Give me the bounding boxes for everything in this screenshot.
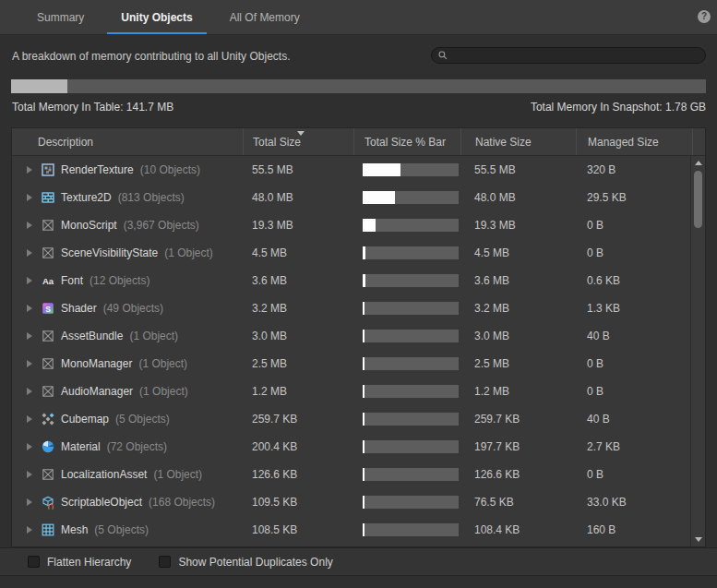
tab-bar: Summary Unity Objects All Of Memory ? — [0, 0, 717, 35]
flatten-hierarchy-checkbox[interactable] — [28, 556, 40, 568]
total-size-cell: 108.5 KB — [243, 516, 353, 544]
tab-unity-objects[interactable]: Unity Objects — [107, 0, 206, 34]
table-row[interactable]: LocalizationAsset (1 Object) 126.6 KB 12… — [12, 461, 705, 488]
scrollbar-down-icon[interactable] — [695, 537, 702, 542]
row-count: (813 Objects) — [118, 191, 185, 204]
search-box[interactable] — [431, 47, 706, 64]
row-label: LocalizationAsset — [61, 468, 147, 481]
percent-bar — [363, 468, 459, 481]
managed-size-cell: 2.7 KB — [576, 433, 692, 461]
percent-bar-cell — [353, 378, 460, 405]
column-header-managed-size-label: Managed Size — [588, 136, 659, 149]
show-potential-duplicates-option[interactable]: Show Potential Duplicates Only — [159, 556, 332, 569]
table-row[interactable]: AssetBundle (1 Object) 3.0 MB 3.0 MB 40 … — [12, 322, 705, 350]
expand-arrow-icon[interactable] — [27, 222, 32, 229]
expand-arrow-icon[interactable] — [27, 166, 32, 174]
search-input[interactable] — [452, 49, 699, 62]
tab-all-of-memory-label: All Of Memory — [230, 11, 300, 24]
table-row[interactable]: RenderTexture (10 Objects) 55.5 MB 55.5 … — [12, 156, 705, 184]
cubemap-icon — [41, 412, 55, 426]
native-size-cell: 126.6 KB — [460, 461, 576, 488]
unity-objects-table: Description Total Size Total Size % Bar … — [11, 127, 706, 547]
object-box-icon — [41, 329, 55, 343]
flatten-hierarchy-option[interactable]: Flatten Hierarchy — [28, 556, 131, 569]
row-label: Mesh — [61, 523, 88, 536]
description-cell: AudioManager (1 Object) — [12, 378, 243, 405]
row-count: (49 Objects) — [103, 302, 163, 315]
font-icon: Aa — [41, 273, 55, 288]
percent-bar-cell — [353, 211, 460, 239]
description-cell: Texture2D (813 Objects) — [12, 184, 243, 211]
table-row[interactable]: Mesh (5 Objects) 108.5 KB 108.4 KB 160 B — [12, 516, 705, 544]
column-header-native-size[interactable]: Native Size — [460, 128, 576, 155]
tab-unity-objects-label: Unity Objects — [121, 11, 192, 24]
row-label: SceneVisibilityState — [61, 246, 158, 259]
description-cell: Mesh (5 Objects) — [12, 516, 243, 544]
expand-arrow-icon[interactable] — [27, 305, 32, 312]
tab-all-of-memory[interactable]: All Of Memory — [216, 0, 314, 34]
table-row[interactable]: Aa Font (12 Objects) 3.6 MB 3.6 MB 0.6 K… — [12, 267, 705, 294]
svg-text:Aa: Aa — [42, 276, 54, 286]
expand-arrow-icon[interactable] — [27, 498, 32, 506]
row-count: (1 Object) — [138, 357, 187, 370]
total-size-cell: 3.0 MB — [243, 322, 353, 350]
table-row[interactable]: SceneVisibilityState (1 Object) 4.5 MB 4… — [12, 239, 705, 267]
expand-arrow-icon[interactable] — [27, 471, 32, 478]
table-row[interactable]: Material (72 Objects) 200.4 KB 197.7 KB … — [12, 433, 705, 461]
expand-arrow-icon[interactable] — [27, 249, 32, 257]
row-count: (5 Objects) — [115, 413, 170, 426]
percent-bar-cell — [353, 405, 460, 433]
managed-size-cell: 1.3 KB — [576, 294, 692, 322]
vertical-scrollbar[interactable] — [690, 156, 705, 546]
total-size-cell: 55.5 MB — [243, 156, 353, 184]
tab-summary[interactable]: Summary — [23, 0, 98, 34]
row-count: (1 Object) — [129, 330, 178, 342]
table-row[interactable]: MonoScript (3,967 Objects) 19.3 MB 19.3 … — [12, 211, 705, 239]
native-size-cell: 76.5 KB — [460, 488, 576, 516]
expand-arrow-icon[interactable] — [27, 526, 32, 534]
column-header-total-size[interactable]: Total Size — [243, 128, 353, 155]
material-icon — [41, 439, 55, 454]
help-icon[interactable]: ? — [698, 10, 711, 23]
table-row[interactable]: S Shader (49 Objects) 3.2 MB 3.2 MB 1.3 … — [12, 294, 705, 322]
percent-bar-fill — [363, 191, 395, 204]
expand-arrow-icon[interactable] — [27, 388, 32, 395]
expand-arrow-icon[interactable] — [27, 443, 32, 450]
native-size-cell: 108.4 KB — [460, 516, 576, 544]
description-cell: S Shader (49 Objects) — [12, 294, 243, 322]
table-row[interactable]: Cubemap (5 Objects) 259.7 KB 259.7 KB 40… — [12, 405, 705, 433]
percent-bar — [363, 413, 459, 426]
show-potential-duplicates-checkbox[interactable] — [159, 556, 171, 568]
column-header-spacer — [692, 128, 705, 155]
object-box-icon — [41, 467, 55, 482]
expand-arrow-icon[interactable] — [27, 415, 32, 423]
table-row[interactable]: Texture2D (813 Objects) 48.0 MB 48.0 MB … — [12, 184, 705, 211]
native-size-cell: 2.5 MB — [460, 350, 576, 378]
expand-arrow-icon[interactable] — [27, 194, 32, 201]
expand-arrow-icon[interactable] — [27, 277, 32, 284]
scriptable-object-icon: {} — [41, 495, 55, 510]
percent-bar-fill — [363, 330, 364, 342]
managed-size-cell: 40 B — [576, 322, 692, 350]
table-row[interactable]: {} ScriptableObject (168 Objects) 109.5 … — [12, 488, 705, 516]
expand-arrow-icon[interactable] — [27, 332, 32, 340]
scrollbar-thumb[interactable] — [694, 171, 702, 228]
percent-bar — [363, 191, 459, 204]
column-header-total-size-pct-bar[interactable]: Total Size % Bar — [353, 128, 460, 155]
row-label: RenderTexture — [61, 163, 134, 176]
column-header-managed-size[interactable]: Managed Size — [576, 128, 692, 155]
table-row[interactable]: AudioManager (1 Object) 1.2 MB 1.2 MB 0 … — [12, 378, 705, 405]
object-box-icon — [41, 246, 55, 260]
scrollbar-up-icon[interactable] — [695, 161, 702, 165]
table-row[interactable]: MonoManager (1 Object) 2.5 MB 2.5 MB 0 B — [12, 350, 705, 378]
memory-usage-bar — [11, 79, 706, 93]
managed-size-cell: 33.0 KB — [576, 488, 692, 516]
column-header-description[interactable]: Description — [12, 128, 243, 155]
object-box-icon — [41, 356, 55, 371]
expand-arrow-icon[interactable] — [27, 360, 32, 367]
percent-bar-fill — [363, 219, 376, 232]
object-box-icon — [41, 218, 55, 233]
percent-bar-cell — [353, 350, 460, 378]
native-size-cell: 19.3 MB — [460, 211, 576, 239]
sort-descending-icon — [297, 131, 305, 136]
